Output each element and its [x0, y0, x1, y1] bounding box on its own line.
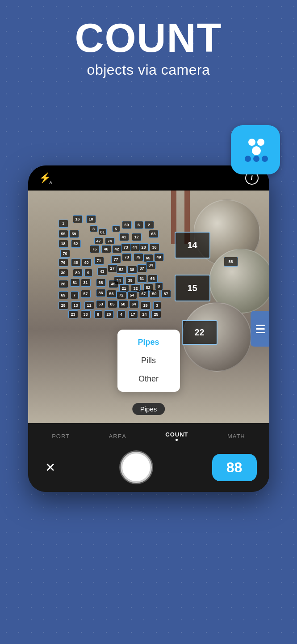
shutter-button[interactable] — [121, 452, 152, 483]
detection-box-49: 49 — [154, 253, 164, 261]
dropdown-item-pipes[interactable]: Pipes — [117, 333, 180, 352]
detection-box-84: 84 — [146, 261, 156, 269]
detection-box-2: 2 — [144, 221, 154, 229]
bottom-controls: ✕ 88 — [28, 445, 269, 492]
detection-box-31: 31 — [81, 279, 91, 287]
detection-box-81: 81 — [99, 229, 107, 235]
detection-box-20: 20 — [104, 310, 114, 318]
detection-box-5: 5 — [112, 225, 120, 232]
nav-tab-count[interactable]: COUNT — [160, 428, 193, 445]
svg-point-5 — [262, 156, 268, 162]
detection-box-3b: 3 — [153, 301, 161, 309]
detection-box-36: 36 — [150, 243, 159, 251]
detection-box-59: 59 — [69, 230, 79, 238]
detection-box-68: 68 — [96, 279, 106, 287]
detection-box-39: 39 — [125, 276, 135, 284]
detection-box-66: 66 — [148, 275, 158, 283]
detection-box-55: 55 — [59, 230, 68, 238]
detection-box-40: 40 — [82, 258, 92, 267]
camera-view: 1161055593815606263477441121862707546427… — [28, 191, 269, 423]
detection-box-52: 52 — [117, 266, 126, 274]
detection-box-67: 67 — [139, 290, 149, 298]
close-button[interactable]: ✕ — [41, 458, 60, 477]
detection-box-15: 15 — [175, 275, 210, 301]
detection-box-64: 64 — [129, 300, 139, 308]
main-title: COUNT — [9, 18, 288, 58]
bottom-nav: PORT AREA COUNT MATH — [28, 423, 269, 445]
detection-box-76: 76 — [59, 258, 68, 267]
detection-box-56: 56 — [107, 290, 117, 298]
dropdown-menu: Pipes Pills Other — [117, 330, 180, 392]
detection-box-58: 58 — [118, 300, 128, 308]
svg-point-0 — [248, 139, 255, 146]
detection-box-33: 33 — [81, 310, 91, 318]
detection-box-75: 75 — [90, 245, 100, 253]
detection-box-78: 78 — [122, 253, 132, 261]
nav-tab-port[interactable]: PORT — [46, 429, 75, 443]
detection-box-3: 3 — [90, 225, 98, 232]
detection-box-18: 18 — [59, 240, 68, 248]
detection-box-57: 57 — [81, 290, 91, 298]
detection-box-87: 87 — [161, 290, 171, 298]
line-2 — [256, 328, 265, 330]
detection-box-26: 26 — [59, 280, 68, 288]
detection-box-79: 79 — [134, 253, 143, 261]
nav-tab-math[interactable]: MATH — [222, 429, 251, 443]
detection-box-46: 46 — [101, 245, 111, 253]
count-result-button[interactable]: 88 — [212, 454, 257, 481]
detection-box-88: 88 — [224, 257, 238, 267]
side-button-icon — [256, 325, 265, 333]
line-3 — [256, 332, 265, 333]
detection-box-12: 12 — [132, 233, 142, 241]
detection-box-53: 53 — [96, 300, 106, 308]
nav-tabs: PORT AREA COUNT MATH — [28, 428, 269, 445]
line-1 — [256, 325, 265, 326]
detection-box-85: 85 — [108, 300, 117, 308]
detection-box-61: 61 — [137, 275, 147, 283]
detection-box-4: 4 — [117, 310, 125, 318]
main-subtitle: objects via camera — [9, 62, 288, 78]
detection-box-44: 44 — [130, 243, 140, 251]
dropdown-item-pills[interactable]: Pills — [117, 352, 180, 370]
detection-box-17: 17 — [128, 310, 138, 318]
detection-box-69: 69 — [59, 291, 68, 299]
svg-point-2 — [252, 146, 261, 155]
detection-box-11: 11 — [84, 301, 94, 309]
detection-box-37: 37 — [137, 264, 147, 272]
detection-box-71: 71 — [94, 257, 104, 265]
detection-box-47: 47 — [94, 237, 103, 244]
svg-point-3 — [245, 156, 251, 162]
detection-box-6: 6 — [134, 221, 143, 229]
detection-box-9: 9 — [84, 269, 92, 277]
flash-mode: A — [49, 180, 52, 185]
detection-box-27: 27 — [108, 264, 117, 272]
detection-box-8: 8 — [155, 282, 163, 290]
detection-box-8b: 8 — [94, 310, 102, 318]
detection-box-42: 42 — [112, 245, 122, 253]
detection-box-73: 73 — [121, 243, 131, 251]
detection-box-70: 70 — [60, 250, 70, 258]
active-tab-indicator — [176, 439, 178, 441]
detection-box-13: 13 — [71, 301, 81, 309]
detection-box-41: 41 — [119, 233, 129, 241]
detection-box-81b: 81 — [70, 279, 80, 287]
app-icon[interactable] — [231, 125, 280, 174]
detection-box-43: 43 — [97, 267, 107, 275]
selected-mode-pill[interactable]: Pipes — [132, 403, 165, 415]
flash-icon[interactable]: ⚡A — [39, 172, 51, 184]
detection-box-14: 14 — [175, 232, 210, 258]
detection-box-77: 77 — [111, 255, 121, 263]
detection-box-25: 25 — [151, 310, 161, 318]
detection-box-29: 29 — [59, 301, 68, 309]
detection-box-7: 7 — [71, 291, 79, 299]
dropdown-item-other[interactable]: Other — [117, 370, 180, 388]
phone-frame: ⚡A i 11610555938156062634774411218627075… — [28, 165, 269, 492]
detection-box-45: 45 — [109, 280, 118, 288]
detection-box-48: 48 — [71, 258, 81, 267]
nav-tab-area[interactable]: AREA — [103, 429, 131, 443]
detection-box-63: 63 — [149, 230, 159, 238]
detection-box-10: 10 — [86, 215, 96, 223]
detection-box-60: 60 — [122, 221, 132, 229]
detection-box-19: 19 — [141, 301, 151, 309]
side-button[interactable] — [251, 311, 269, 347]
